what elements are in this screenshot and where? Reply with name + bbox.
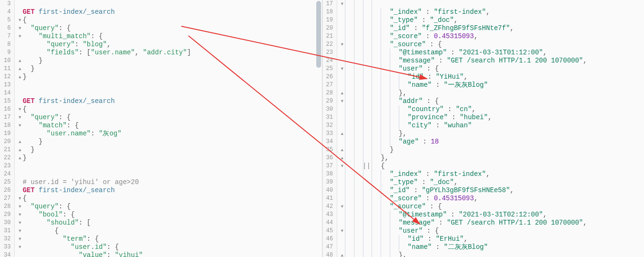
code-line[interactable]: "city" : "wuhan" [340, 122, 644, 130]
left-code-area[interactable]: GET first-index/_search▾{▾ "query": {▾ "… [15, 0, 322, 257]
fold-toggle-icon[interactable]: ▾ [340, 203, 345, 211]
fold-toggle-icon[interactable]: ▾ [18, 16, 22, 24]
fold-toggle-icon[interactable]: ▾ [18, 243, 22, 251]
fold-toggle-icon[interactable]: ▾ [340, 227, 345, 235]
scrollbar-thumb[interactable] [316, 1, 321, 68]
code-line[interactable]: ▾ "bool": { [18, 211, 322, 219]
code-line[interactable]: "_type" : "_doc", [340, 16, 644, 24]
code-line[interactable]: ▾{ [18, 105, 322, 113]
code-line[interactable]: GET first-index/_search [18, 8, 322, 16]
code-line[interactable]: "name" : "二灰灰Blog" [340, 243, 644, 251]
code-line[interactable]: GET first-index/_search [18, 97, 322, 105]
code-line[interactable]: "_score" : 0.45315093, [340, 32, 644, 41]
fold-toggle-icon[interactable]: ▴ [18, 138, 22, 146]
code-line[interactable]: "_id" : "f_ZFhngBF9fSFsHNte7f", [340, 24, 644, 32]
fold-toggle-icon[interactable]: ▾ [18, 105, 22, 113]
fold-toggle-icon[interactable]: ▾ [340, 65, 345, 73]
code-line[interactable]: ▴ }, [340, 154, 644, 162]
code-line[interactable] [18, 81, 322, 89]
code-line[interactable]: "@timestamp" : "2021-03-31T02:12:00", [340, 211, 644, 219]
fold-toggle-icon[interactable]: ▾ [18, 203, 22, 211]
code-line[interactable]: "message" : "GET /search HTTP/1.1 200 10… [340, 219, 644, 227]
code-line[interactable]: ▴} [18, 154, 322, 162]
fold-toggle-icon[interactable]: ▴ [340, 89, 345, 97]
code-line[interactable]: "province" : "hubei", [340, 113, 644, 122]
code-line[interactable]: ▾ { [18, 227, 322, 235]
code-line[interactable]: "query": "blog", [18, 41, 322, 49]
code-line[interactable]: ▾ "query": { [18, 24, 322, 32]
code-line[interactable]: ▾ { [340, 162, 644, 170]
response-viewer-pane[interactable]: 1718192021222324252627282930313233343536… [322, 0, 644, 257]
fold-toggle-icon[interactable]: ▾ [18, 122, 22, 130]
code-line[interactable]: ▾ "should": [ [18, 219, 322, 227]
code-line[interactable]: "country" : "cn", [340, 105, 644, 113]
code-line[interactable]: "value": "yihui" [18, 251, 322, 257]
code-line[interactable]: ▾ "query": { [18, 203, 322, 211]
code-line[interactable]: ▴ } [18, 65, 322, 73]
code-line[interactable]: "_score" : 0.45315093, [340, 195, 644, 203]
fold-toggle-icon[interactable]: ▾ [18, 113, 22, 122]
code-line[interactable]: "_index" : "first-index", [340, 170, 644, 178]
code-line[interactable] [18, 170, 322, 178]
fold-toggle-icon[interactable]: ▾ [18, 235, 22, 243]
code-line[interactable]: ▾ "user" : { [340, 227, 644, 235]
code-line[interactable]: "_id" : "gPYLh3gBF9fSFsHNEe58", [340, 186, 644, 195]
code-line[interactable]: ▴} [18, 73, 322, 81]
code-line[interactable]: "age" : 18 [340, 138, 644, 146]
code-line[interactable]: "message" : "GET /search HTTP/1.1 200 10… [340, 57, 644, 65]
code-line[interactable] [18, 89, 322, 97]
fold-toggle-icon[interactable]: ▴ [18, 154, 22, 162]
code-line[interactable]: ▾{ [18, 195, 322, 203]
fold-toggle-icon[interactable]: ▾ [18, 227, 22, 235]
fold-toggle-icon[interactable]: ▴ [18, 57, 22, 65]
code-line[interactable]: ▾ [340, 0, 644, 8]
code-line[interactable]: ▾{ [18, 16, 322, 24]
fold-toggle-icon[interactable]: ▾ [18, 32, 22, 41]
code-line[interactable]: # user.id = 'yihui' or age>20 [18, 178, 322, 186]
code-line[interactable]: ▾ "query": { [18, 113, 322, 122]
fold-toggle-icon[interactable]: ▴ [340, 130, 345, 138]
code-line[interactable]: ▴ }, [340, 130, 644, 138]
code-line[interactable]: ▾ "term": { [18, 235, 322, 243]
code-line[interactable]: ▾ "_source" : { [340, 41, 644, 49]
code-line[interactable]: ▾ "match": { [18, 122, 322, 130]
code-line[interactable]: ▴ }, [340, 251, 644, 257]
right-code-area[interactable]: ▾ "_index" : "first-index", "_type" : "_… [337, 0, 644, 257]
fold-toggle-icon[interactable]: ▴ [18, 146, 22, 154]
code-line[interactable]: "@timestamp" : "2021-03-31T01:12:00", [340, 49, 644, 57]
code-line[interactable]: ▾ "addr" : { [340, 97, 644, 105]
code-line[interactable]: ▴ }, [340, 89, 644, 97]
code-line[interactable]: "id" : "ErHui", [340, 235, 644, 243]
code-line[interactable]: ▴ } [18, 146, 322, 154]
fold-toggle-icon[interactable]: ▴ [18, 73, 22, 81]
code-line[interactable] [18, 162, 322, 170]
fold-toggle-icon[interactable]: ▾ [18, 211, 22, 219]
fold-toggle-icon[interactable]: ▾ [18, 24, 22, 32]
code-line[interactable]: ▾ "user.id": { [18, 243, 322, 251]
code-line[interactable]: "user.name": "灰og" [18, 130, 322, 138]
code-line[interactable]: "id" : "YiHui", [340, 73, 644, 81]
fold-toggle-icon[interactable]: ▾ [340, 97, 345, 105]
request-editor-pane[interactable]: 3456789101112131415161718192021222324252… [0, 0, 322, 257]
fold-toggle-icon[interactable]: ▴ [340, 146, 345, 154]
code-line[interactable]: GET first-index/_search [18, 186, 322, 195]
code-line[interactable]: ▴ } [18, 57, 322, 65]
fold-toggle-icon[interactable]: ▾ [340, 162, 345, 170]
fold-toggle-icon[interactable]: ▴ [18, 65, 22, 73]
fold-toggle-icon[interactable]: ▾ [340, 41, 345, 49]
code-line[interactable]: ▴ } [18, 138, 322, 146]
fold-toggle-icon[interactable]: ▾ [18, 195, 22, 203]
code-line[interactable]: "fields": ["user.name", "addr.city"] [18, 49, 322, 57]
code-line[interactable]: ▴ } [340, 146, 644, 154]
code-line[interactable]: "name" : "一灰灰Blog" [340, 81, 644, 89]
pane-splitter-handle[interactable]: || [363, 162, 371, 170]
code-line[interactable]: ▾ "user" : { [340, 65, 644, 73]
fold-toggle-icon[interactable]: ▴ [340, 154, 345, 162]
fold-toggle-icon[interactable]: ▴ [340, 251, 345, 257]
fold-toggle-icon[interactable]: ▾ [340, 0, 345, 8]
code-line[interactable]: "_index" : "first-index", [340, 8, 644, 16]
code-line[interactable]: "_type" : "_doc", [340, 178, 644, 186]
code-line[interactable] [18, 0, 322, 8]
code-line[interactable]: ▾ "multi_match": { [18, 32, 322, 41]
code-line[interactable]: ▾ "_source" : { [340, 203, 644, 211]
